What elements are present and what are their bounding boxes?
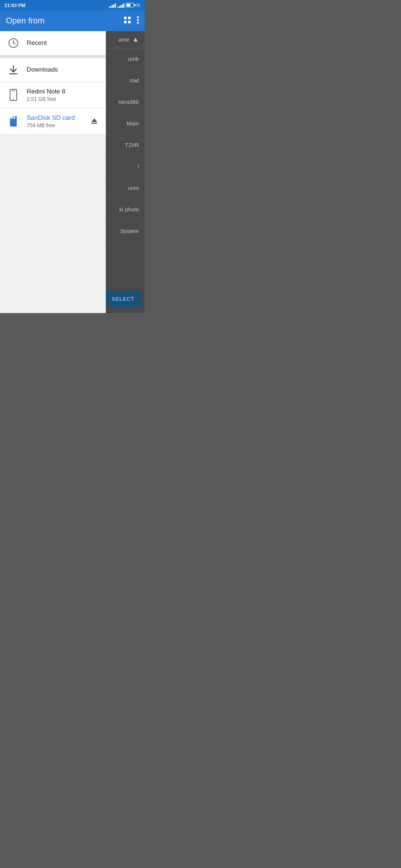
phone-storage: 2.51 GB free [27, 96, 65, 102]
signal-bar [109, 7, 110, 8]
signal-bar [112, 5, 113, 8]
list-item-text: Main [127, 120, 139, 126]
recent-label-container: Recent [27, 39, 47, 47]
battery-icon [126, 3, 134, 7]
sdcard-storage: 759 MB free [27, 122, 75, 128]
list-item-text: roid [130, 77, 139, 83]
svg-point-5 [137, 19, 139, 21]
select-button[interactable]: SELECT [104, 291, 142, 307]
status-icons: 55 [109, 3, 140, 8]
list-item-text: ki photo [119, 206, 139, 213]
svg-point-12 [13, 99, 14, 100]
signal-bar [115, 3, 116, 8]
list-item-text: nera360 [118, 99, 139, 105]
recent-label: Recent [27, 39, 47, 47]
signal-bar [117, 7, 118, 8]
battery-container: 55 [126, 3, 140, 7]
sdcard-label-container: SanDisk SD card 759 MB free [27, 114, 75, 128]
phone-label: Redmi Note 8 [27, 88, 65, 95]
signal-bar [123, 3, 124, 8]
list-item-text: umb [128, 56, 139, 62]
app-bar-title: Open from [6, 16, 124, 26]
drawer-section-divider [0, 55, 106, 58]
list-item-text: ures [128, 185, 139, 191]
svg-rect-17 [91, 123, 97, 124]
phone-icon [7, 89, 19, 101]
sort-chevron-icon: ▲ [132, 36, 139, 43]
bg-header-label: ame [118, 36, 129, 43]
svg-rect-3 [128, 21, 131, 23]
status-bar: 11:53 PM 55 [0, 0, 145, 10]
sd-card-icon [7, 115, 19, 127]
drawer-item-phone[interactable]: Redmi Note 8 2.51 GB free [0, 82, 106, 108]
svg-line-9 [13, 43, 15, 44]
svg-rect-1 [128, 17, 131, 19]
app-bar-icons [124, 16, 139, 26]
signal-bar [120, 5, 121, 8]
battery-level: 55 [136, 3, 140, 7]
signal-bar [110, 6, 111, 8]
drawer-item-sdcard[interactable]: SanDisk SD card 759 MB free [0, 108, 106, 134]
clock-icon [7, 37, 19, 49]
signal-bars-1 [109, 3, 116, 8]
download-icon [7, 64, 19, 76]
signal-bars-2 [117, 3, 124, 8]
drawer-item-recent[interactable]: Recent [0, 31, 106, 55]
signal-bar [122, 4, 123, 8]
list-item-text: T.DIR [125, 142, 139, 148]
signal-bar [113, 4, 114, 8]
downloads-label-container: Downloads [27, 66, 58, 73]
grid-icon[interactable] [124, 16, 131, 26]
svg-point-4 [137, 16, 139, 18]
app-bar: Open from [0, 10, 145, 31]
svg-rect-14 [11, 116, 12, 119]
eject-icon[interactable] [90, 116, 98, 126]
drawer-item-downloads[interactable]: Downloads [0, 58, 106, 82]
svg-rect-0 [124, 17, 127, 19]
svg-rect-16 [14, 116, 15, 119]
signal-bar [119, 6, 120, 8]
downloads-label: Downloads [27, 66, 58, 73]
svg-point-6 [137, 22, 139, 24]
list-item-text: l [138, 163, 139, 170]
sdcard-label: SanDisk SD card [27, 114, 75, 122]
drawer-panel: Recent Downloads Redmi Note 8 2. [0, 31, 106, 313]
svg-rect-15 [13, 116, 14, 119]
battery-fill [127, 4, 130, 7]
list-item-text: System [120, 228, 139, 234]
svg-rect-2 [124, 21, 127, 23]
status-time: 11:53 PM [4, 3, 25, 8]
phone-label-container: Redmi Note 8 2.51 GB free [27, 88, 65, 102]
more-vertical-icon[interactable] [137, 16, 139, 26]
